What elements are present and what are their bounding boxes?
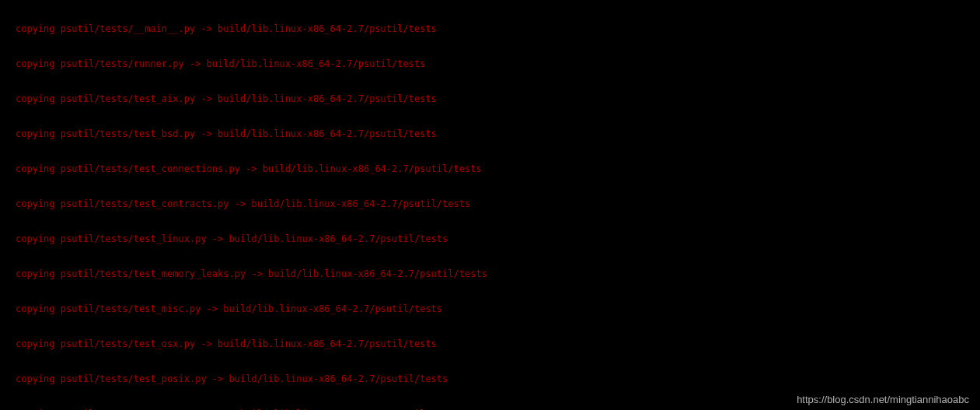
output-line: copying psutil/tests/test_linux.py -> bu…: [0, 233, 980, 245]
terminal-window[interactable]: copying psutil/tests/__main__.py -> buil…: [0, 0, 980, 410]
output-line: copying psutil/tests/test_misc.py -> bui…: [0, 303, 980, 315]
output-line: copying psutil/tests/__main__.py -> buil…: [0, 23, 980, 35]
output-line: copying psutil/tests/runner.py -> build/…: [0, 58, 980, 70]
output-line: copying psutil/tests/test_connections.py…: [0, 163, 980, 175]
output-line: copying psutil/tests/test_aix.py -> buil…: [0, 93, 980, 105]
output-line: copying psutil/tests/test_posix.py -> bu…: [0, 373, 980, 385]
output-line: copying psutil/tests/test_bsd.py -> buil…: [0, 128, 980, 140]
watermark-text: https://blog.csdn.net/mingtiannihaoabc: [797, 394, 969, 405]
output-line: copying psutil/tests/test_contracts.py -…: [0, 198, 980, 210]
output-line: copying psutil/tests/test_osx.py -> buil…: [0, 338, 980, 350]
output-line: copying psutil/tests/test_memory_leaks.p…: [0, 268, 980, 280]
